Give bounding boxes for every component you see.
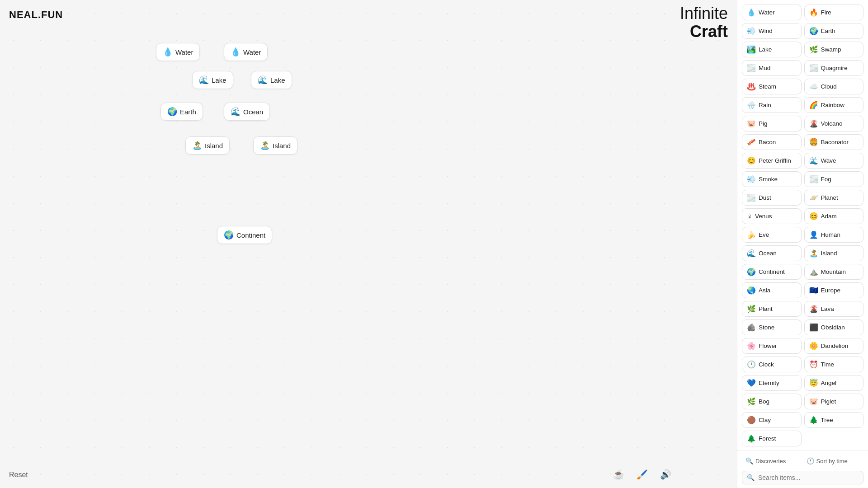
canvas-area[interactable]: NEAL.FUN Infinite Craft 💧Water 💧Water bbox=[0, 0, 737, 488]
sidebar-footer: 🔍 Discoveries 🕐 Sort by time 🔍 bbox=[737, 450, 868, 488]
sidebar-item-rain[interactable]: 🌧️Rain bbox=[742, 97, 802, 113]
sidebar-emoji: 🌲 bbox=[747, 434, 756, 443]
game-title: Infinite Craft bbox=[680, 5, 728, 40]
sidebar-item-eternity[interactable]: 💙Eternity bbox=[742, 375, 802, 391]
search-input[interactable] bbox=[758, 474, 859, 481]
sidebar-item-quagmire[interactable]: 🌫️Quagmire bbox=[804, 60, 864, 76]
sidebar-item-ocean[interactable]: 🌊Ocean bbox=[742, 245, 802, 261]
sidebar-item-planet[interactable]: 🪐Planet bbox=[804, 190, 864, 206]
sidebar-item-lava[interactable]: 🌋Lava bbox=[804, 301, 864, 317]
sidebar-emoji: 🌫️ bbox=[809, 64, 818, 72]
sidebar-item-clay[interactable]: 🟤Clay bbox=[742, 412, 802, 428]
sidebar-item-label: Adam bbox=[821, 213, 837, 220]
sidebar-item-label: Continent bbox=[759, 268, 785, 275]
sidebar-item-water[interactable]: 💧Water bbox=[742, 5, 802, 20]
sidebar-item-piglet[interactable]: 🐷Piglet bbox=[804, 394, 864, 409]
sidebar-item-clock[interactable]: 🕐Clock bbox=[742, 357, 802, 372]
sidebar-item-baconator[interactable]: 🍔Baconator bbox=[804, 134, 864, 150]
sidebar-item-time[interactable]: ⏰Time bbox=[804, 357, 864, 372]
sidebar-item-forest[interactable]: 🌲Forest bbox=[742, 431, 802, 446]
sidebar-emoji: 🌫️ bbox=[747, 64, 756, 72]
sidebar-item-bacon[interactable]: 🥓Bacon bbox=[742, 134, 802, 150]
sidebar-emoji: 🍌 bbox=[747, 230, 756, 239]
sidebar-item-earth[interactable]: 🌍Earth bbox=[804, 23, 864, 39]
sidebar-emoji: 🌲 bbox=[809, 416, 818, 424]
coffee-icon[interactable]: ☕ bbox=[610, 466, 627, 483]
sidebar-item-fog[interactable]: 🌫️Fog bbox=[804, 171, 864, 187]
sidebar-emoji: 😇 bbox=[809, 379, 818, 387]
sidebar-item-plant[interactable]: 🌿Plant bbox=[742, 301, 802, 317]
sidebar-emoji: 🌿 bbox=[809, 45, 818, 54]
sidebar-item-mountain[interactable]: ⛰️Mountain bbox=[804, 264, 864, 280]
reset-button[interactable]: Reset bbox=[9, 471, 28, 479]
sound-icon[interactable]: 🔊 bbox=[657, 466, 674, 483]
sidebar-item-adam[interactable]: 😊Adam bbox=[804, 208, 864, 224]
sidebar-emoji: 🏝️ bbox=[809, 249, 818, 258]
sidebar-item-rainbow[interactable]: 🌈Rainbow bbox=[804, 97, 864, 113]
sidebar-item-eve[interactable]: 🍌Eve bbox=[742, 227, 802, 243]
sidebar-item-lake[interactable]: 🏞️Lake bbox=[742, 42, 802, 57]
sidebar-item-flower[interactable]: 🌸Flower bbox=[742, 338, 802, 354]
sidebar-item-label: Piglet bbox=[821, 398, 836, 405]
canvas-node-lake1[interactable]: 🌊Lake bbox=[192, 71, 233, 89]
canvas-node-water1[interactable]: 💧Water bbox=[156, 43, 200, 61]
sidebar-item-label: Clay bbox=[759, 417, 771, 423]
sort-label: Sort by time bbox=[816, 458, 848, 465]
search-icon: 🔍 bbox=[747, 474, 755, 481]
sidebar-item-peter-griffin[interactable]: 😊Peter Griffin bbox=[742, 153, 802, 169]
sidebar-item-volcano[interactable]: 🌋Volcano bbox=[804, 116, 864, 131]
sidebar-item-dust[interactable]: 🌫️Dust bbox=[742, 190, 802, 206]
sidebar-item-label: Europe bbox=[821, 287, 841, 294]
canvas-node-island2[interactable]: 🏝️Island bbox=[253, 136, 297, 155]
canvas-node-ocean1[interactable]: 🌊Ocean bbox=[224, 103, 270, 121]
sidebar-item-label: Wind bbox=[759, 28, 773, 34]
sidebar-item-label: Stone bbox=[759, 324, 774, 331]
sidebar-item-swamp[interactable]: 🌿Swamp bbox=[804, 42, 864, 57]
sidebar-item-tree[interactable]: 🌲Tree bbox=[804, 412, 864, 428]
sidebar-item-human[interactable]: 👤Human bbox=[804, 227, 864, 243]
canvas-node-island1[interactable]: 🏝️Island bbox=[185, 136, 230, 155]
sidebar-emoji: 🐷 bbox=[747, 119, 756, 128]
sidebar-item-cloud[interactable]: ☁️Cloud bbox=[804, 79, 864, 94]
brush-icon[interactable]: 🖌️ bbox=[634, 466, 650, 483]
canvas-node-water2[interactable]: 💧Water bbox=[224, 43, 268, 61]
sidebar-item-stone[interactable]: 🪨Stone bbox=[742, 319, 802, 335]
sidebar-item-label: Pig bbox=[759, 120, 768, 127]
sidebar-item-label: Baconator bbox=[821, 139, 849, 145]
sidebar-emoji: 😊 bbox=[809, 212, 818, 221]
sidebar-item-label: Flower bbox=[759, 343, 777, 349]
sidebar-item-bog[interactable]: 🌿Bog bbox=[742, 394, 802, 409]
sidebar-item-wave[interactable]: 🌊Wave bbox=[804, 153, 864, 169]
sidebar-emoji: 😊 bbox=[747, 156, 756, 165]
canvas-node-earth1[interactable]: 🌍Earth bbox=[160, 103, 203, 121]
sidebar-item-asia[interactable]: 🌏Asia bbox=[742, 282, 802, 298]
tab-discoveries[interactable]: 🔍 Discoveries bbox=[742, 455, 803, 467]
canvas-node-lake2[interactable]: 🌊Lake bbox=[251, 71, 292, 89]
sidebar-item-label: Quagmire bbox=[821, 65, 848, 71]
search-box[interactable]: 🔍 bbox=[742, 471, 863, 484]
sidebar-item-label: Time bbox=[821, 361, 835, 368]
sidebar-emoji: 🌈 bbox=[809, 101, 818, 109]
sidebar-item-fire[interactable]: 🔥Fire bbox=[804, 5, 864, 20]
tab-sort[interactable]: 🕐 Sort by time bbox=[803, 455, 864, 467]
sidebar-item-label: Ocean bbox=[759, 250, 777, 257]
sidebar-item-smoke[interactable]: 💨Smoke bbox=[742, 171, 802, 187]
sidebar-item-island[interactable]: 🏝️Island bbox=[804, 245, 864, 261]
sidebar-emoji: 🌍 bbox=[809, 27, 818, 35]
sidebar-item-europe[interactable]: 🇪🇺Europe bbox=[804, 282, 864, 298]
canvas-node-continent1[interactable]: 🌍Continent bbox=[217, 226, 272, 244]
sidebar-item-label: Dandelion bbox=[821, 343, 849, 349]
sidebar-item-pig[interactable]: 🐷Pig bbox=[742, 116, 802, 131]
sidebar-item-angel[interactable]: 😇Angel bbox=[804, 375, 864, 391]
sidebar-item-label: Planet bbox=[821, 194, 838, 201]
sidebar-item-steam[interactable]: ♨️Steam bbox=[742, 79, 802, 94]
sidebar-item-obsidian[interactable]: ⬛Obsidian bbox=[804, 319, 864, 335]
sidebar-item-label: Cloud bbox=[821, 83, 837, 90]
sidebar-item-venus[interactable]: ♀️Venus bbox=[742, 208, 802, 224]
sidebar-item-wind[interactable]: 💨Wind bbox=[742, 23, 802, 39]
sidebar-item-dandelion[interactable]: 🌼Dandelion bbox=[804, 338, 864, 354]
sidebar-item-continent[interactable]: 🌍Continent bbox=[742, 264, 802, 280]
sidebar-item-label: Wave bbox=[821, 157, 836, 164]
sidebar-emoji: 🥓 bbox=[747, 138, 756, 146]
sidebar-item-mud[interactable]: 🌫️Mud bbox=[742, 60, 802, 76]
